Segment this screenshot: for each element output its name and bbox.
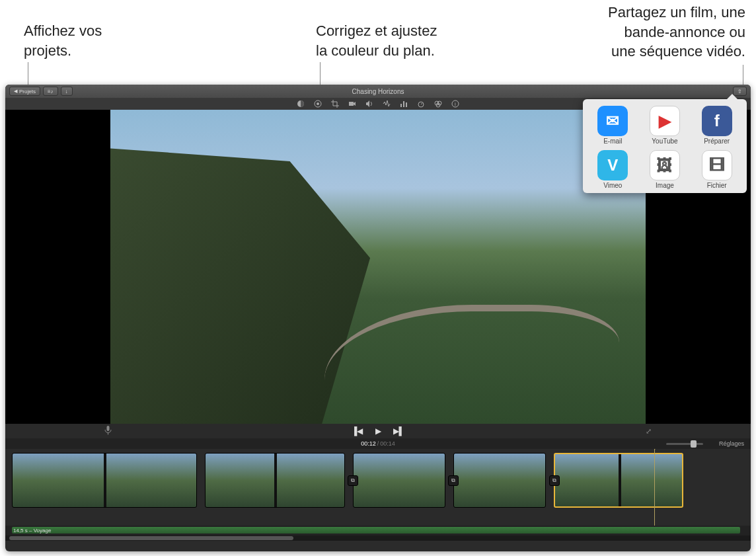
transition-icon[interactable]: ⧉ (448, 475, 459, 486)
share-option-vimeo[interactable]: VVimeo (588, 150, 638, 189)
voiceover-button[interactable] (104, 426, 112, 436)
project-track: 14,5 s – Voyage (5, 526, 751, 536)
prev-frame-button[interactable]: ▐◀ (352, 426, 363, 436)
callout-color: Corrigez et ajustezla couleur du plan. (316, 21, 437, 60)
projects-button[interactable]: ◀ Projets (9, 87, 40, 96)
import-button[interactable]: ↓ (61, 87, 73, 96)
share-option-label: Image (656, 182, 674, 189)
playback-bar: ▐◀ ▶ ▶▌ ⤢ (5, 424, 751, 438)
imovie-window: ◀ Projets ≡♪ ↓ Chasing Horizons ⇧ i ▐◀ (5, 85, 751, 551)
share-option-préparer[interactable]: fPréparer (692, 106, 741, 145)
share-app-icon: 🖼 (650, 150, 680, 180)
timeline-scrollbar[interactable] (5, 536, 751, 541)
zoom-handle[interactable] (691, 440, 697, 448)
fullscreen-button[interactable]: ⤢ (646, 427, 652, 436)
media-library-button[interactable]: ≡♪ (43, 87, 58, 96)
download-icon: ↓ (65, 89, 68, 95)
timeline-clip[interactable]: ⧉ (453, 453, 546, 508)
play-button[interactable]: ▶ (375, 426, 381, 436)
share-option-fichier[interactable]: 🎞Fichier (692, 150, 741, 189)
callout-share: Partagez un film, unebande-annonce ouune… (550, 3, 745, 61)
share-app-icon: f (702, 106, 732, 136)
share-icon: ⇧ (737, 89, 742, 95)
svg-rect-5 (403, 101, 404, 107)
preview-frame[interactable] (110, 110, 646, 424)
svg-rect-13 (107, 426, 110, 431)
total-time: 00:14 (380, 440, 395, 447)
share-option-e-mail[interactable]: ✉E-mail (588, 106, 638, 145)
transition-icon[interactable]: ⧉ (549, 475, 560, 486)
color-wheel-icon[interactable] (314, 100, 322, 108)
share-popover: ✉E-mail▶YouTubefPréparerVVimeo🖼Image🎞Fic… (583, 99, 747, 193)
share-option-label: E-mail (603, 138, 622, 145)
share-app-icon: 🎞 (702, 150, 732, 180)
current-time: 00:12 (361, 440, 376, 447)
timeline-clip[interactable]: ⧉ (554, 453, 683, 508)
chevron-left-icon: ◀ (14, 89, 17, 94)
svg-rect-4 (400, 104, 402, 107)
time-separator: / (377, 440, 379, 447)
share-app-icon: ✉ (597, 106, 628, 136)
playhead[interactable] (654, 449, 655, 526)
timeline[interactable]: ⧉⧉⧉ (5, 449, 751, 526)
share-option-label: Fichier (707, 182, 727, 189)
timeline-clip[interactable]: ⧉ (353, 453, 445, 508)
transition-icon[interactable]: ⧉ (348, 475, 358, 486)
top-toolbar: ◀ Projets ≡♪ ↓ Chasing Horizons ⇧ (5, 85, 751, 98)
timeline-clip[interactable] (12, 453, 197, 508)
scroll-thumb[interactable] (9, 536, 293, 540)
project-label: 14,5 s – Voyage (13, 528, 51, 534)
callout-projects: Affichez vosprojets. (24, 21, 102, 60)
zoom-slider[interactable] (666, 443, 703, 445)
project-title: Chasing Horizons (352, 88, 404, 95)
timeline-clip[interactable] (205, 453, 345, 508)
media-icon: ≡♪ (48, 89, 54, 95)
svg-text:i: i (455, 101, 456, 107)
speed-icon[interactable] (417, 100, 425, 108)
volume-icon[interactable] (365, 100, 373, 108)
projects-button-label: Projets (19, 89, 36, 95)
timeline-settings-button[interactable]: Réglages (719, 440, 744, 447)
svg-point-2 (317, 102, 319, 105)
crop-icon[interactable] (331, 100, 339, 108)
svg-rect-3 (349, 102, 354, 106)
time-row: 00:12 / 00:14 Réglages (5, 438, 751, 449)
share-option-youtube[interactable]: ▶YouTube (640, 106, 690, 145)
noise-icon[interactable] (383, 100, 391, 108)
share-app-icon: V (597, 150, 628, 180)
share-option-label: Préparer (704, 138, 730, 145)
svg-rect-6 (406, 102, 407, 107)
camera-icon[interactable] (348, 100, 356, 108)
next-frame-button[interactable]: ▶▌ (393, 426, 405, 436)
share-app-icon: ▶ (650, 106, 680, 136)
share-option-label: YouTube (652, 138, 677, 145)
share-option-label: Vimeo (603, 182, 622, 189)
info-icon[interactable]: i (451, 100, 459, 108)
color-balance-icon[interactable] (297, 100, 305, 108)
share-option-image[interactable]: 🖼Image (640, 150, 690, 189)
equalizer-icon[interactable] (400, 100, 408, 108)
audio-track-bar[interactable] (12, 527, 740, 534)
filter-icon[interactable] (434, 100, 442, 108)
